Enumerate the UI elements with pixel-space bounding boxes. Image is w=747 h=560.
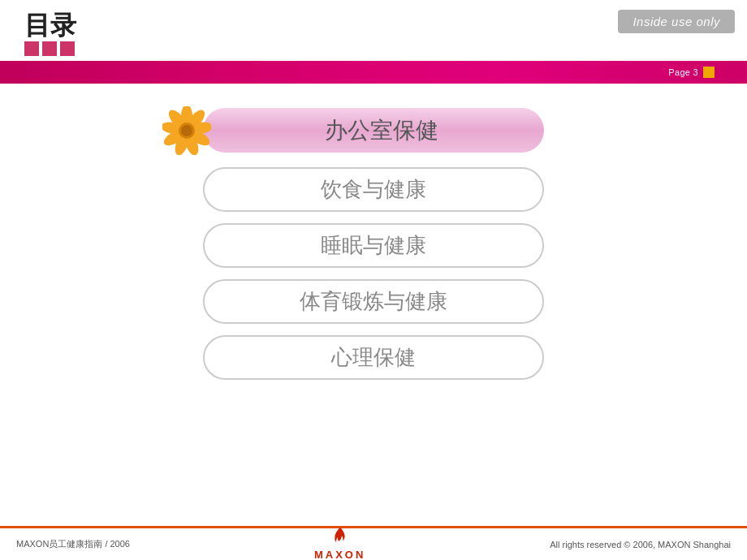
page-title: 目录 bbox=[24, 8, 76, 44]
pill-label-1: 饮食与健康 bbox=[321, 175, 426, 204]
deco-square-2 bbox=[42, 41, 57, 56]
maxon-logo: MAXON bbox=[314, 526, 365, 560]
menu-item-4[interactable]: 心理保健 bbox=[203, 335, 544, 380]
page-number: Page 3 bbox=[668, 67, 715, 78]
highlight-label: 办公室保健 bbox=[325, 115, 438, 146]
footer: MAXON员工健康指南 / 2006 MAXON All rights rese… bbox=[0, 526, 747, 560]
footer-left-text: MAXON员工健康指南 / 2006 bbox=[16, 538, 130, 550]
highlight-pill[interactable]: 办公室保健 bbox=[203, 108, 544, 153]
pink-bar: Page 3 bbox=[0, 61, 747, 84]
menu-item-1[interactable]: 饮食与健康 bbox=[203, 167, 544, 212]
svg-point-10 bbox=[181, 125, 192, 136]
pill-1[interactable]: 饮食与健康 bbox=[203, 167, 544, 212]
deco-square-3 bbox=[60, 41, 75, 56]
main-content: 办公室保健 饮食与健康 睡眠与健康 体育锻炼与健康 心理保健 bbox=[0, 84, 747, 502]
pill-label-4: 心理保健 bbox=[331, 343, 416, 372]
maxon-text: MAXON bbox=[314, 549, 365, 560]
page-label: Page 3 bbox=[668, 67, 698, 77]
flower-icon bbox=[162, 106, 211, 155]
pill-label-2: 睡眠与健康 bbox=[321, 231, 426, 260]
inside-use-badge: Inside use only bbox=[618, 10, 735, 33]
pill-4[interactable]: 心理保健 bbox=[203, 335, 544, 380]
deco-square-1 bbox=[24, 41, 39, 56]
maxon-flame-icon bbox=[329, 526, 352, 549]
pill-3[interactable]: 体育锻炼与健康 bbox=[203, 279, 544, 324]
pill-2[interactable]: 睡眠与健康 bbox=[203, 223, 544, 268]
decoration-squares bbox=[24, 41, 75, 56]
menu-item-2[interactable]: 睡眠与健康 bbox=[203, 223, 544, 268]
footer-right-text: All rights reserved © 2006, MAXON Shangh… bbox=[550, 540, 731, 549]
page-square bbox=[703, 67, 715, 78]
highlight-menu-item[interactable]: 办公室保健 bbox=[203, 108, 544, 153]
menu-item-3[interactable]: 体育锻炼与健康 bbox=[203, 279, 544, 324]
header: 目录 Inside use only bbox=[0, 0, 747, 61]
pill-label-3: 体育锻炼与健康 bbox=[300, 287, 447, 316]
footer-logo: MAXON bbox=[314, 526, 365, 560]
